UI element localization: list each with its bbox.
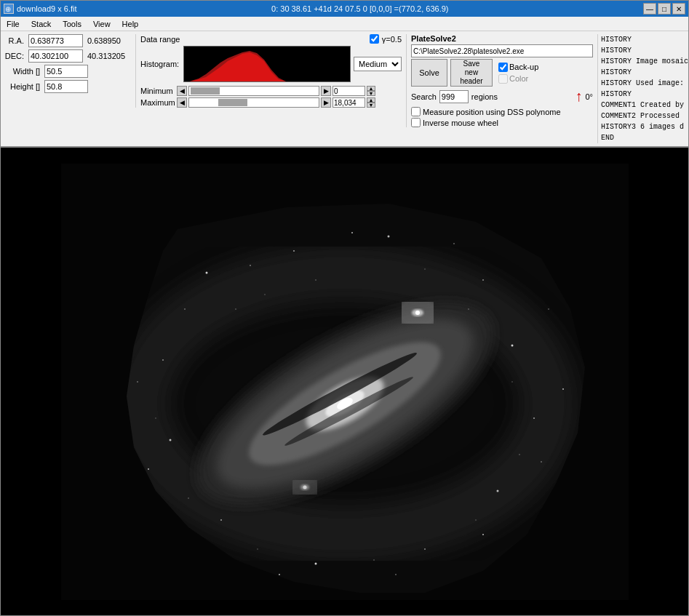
data-range-row: Data range γ=0.5 bbox=[140, 34, 402, 44]
svg-point-47 bbox=[511, 381, 512, 382]
histogram-canvas bbox=[183, 46, 351, 82]
menu-bar: File Stack Tools View Help bbox=[1, 17, 688, 31]
fits-line-3: HISTORY bbox=[601, 67, 688, 78]
minimum-left-btn[interactable]: ◀ bbox=[177, 86, 187, 96]
menu-help[interactable]: Help bbox=[116, 18, 145, 30]
height-input[interactable] bbox=[44, 80, 88, 93]
ps-solve-row: Solve Save new header Back-up Color bbox=[411, 59, 593, 87]
dec-readonly: 40.313205 bbox=[87, 52, 131, 60]
maximum-spin: ▲ ▼ bbox=[367, 97, 375, 108]
maximum-row: Maximum ◀ ▶ ▲ ▼ bbox=[140, 97, 402, 108]
color-checkbox[interactable] bbox=[498, 74, 508, 84]
svg-point-41 bbox=[137, 381, 138, 383]
svg-point-53 bbox=[155, 417, 156, 418]
menu-view[interactable]: View bbox=[87, 18, 116, 30]
fits-line-6: COMMENT1 Created by bbox=[601, 100, 688, 111]
svg-point-31 bbox=[351, 232, 353, 233]
search-input[interactable] bbox=[439, 90, 469, 103]
minimum-value[interactable] bbox=[332, 86, 365, 96]
backup-checkbox[interactable] bbox=[498, 63, 508, 72]
histogram-label: Histogram: bbox=[140, 60, 180, 68]
ra-readonly: 0.638950 bbox=[87, 36, 131, 45]
svg-point-37 bbox=[395, 574, 397, 575]
title-info: 0: 30 38.61 +41d 24 07.5 0 [0,0,0] =(770… bbox=[77, 4, 643, 13]
maximum-left-btn[interactable]: ◀ bbox=[177, 97, 187, 108]
ps-search-row: Search regions ↑ 0° bbox=[411, 88, 593, 105]
measure-dss-row: Measure position using DSS polynome bbox=[411, 107, 593, 116]
inverse-wheel-label: Inverse mouse wheel bbox=[423, 119, 498, 127]
menu-file[interactable]: File bbox=[1, 18, 25, 30]
galaxy-image bbox=[61, 164, 629, 600]
svg-point-19 bbox=[387, 235, 389, 237]
maximum-spin-down[interactable]: ▼ bbox=[367, 103, 375, 108]
image-area[interactable] bbox=[1, 148, 688, 615]
minimum-track[interactable] bbox=[188, 86, 319, 96]
search-label: Search bbox=[411, 92, 437, 101]
solve-button[interactable]: Solve bbox=[411, 59, 447, 87]
histogram-row: Histogram: Medium Soft Hard None bbox=[140, 46, 402, 82]
inverse-wheel-checkbox[interactable] bbox=[411, 118, 421, 127]
svg-point-24 bbox=[424, 548, 426, 550]
dec-row: DEC: 40.313205 bbox=[4, 49, 131, 63]
measure-dss-checkbox[interactable] bbox=[411, 107, 421, 116]
maximize-button[interactable]: □ bbox=[658, 3, 671, 15]
width-input[interactable] bbox=[44, 65, 88, 78]
svg-point-38 bbox=[279, 574, 280, 575]
minimum-thumb bbox=[191, 87, 220, 95]
gamma-checkbox[interactable] bbox=[370, 34, 379, 44]
platesolve-section: PlateSolve2 Solve Save new header Back-u… bbox=[406, 34, 593, 127]
minimum-right-btn[interactable]: ▶ bbox=[321, 86, 331, 96]
svg-point-34 bbox=[562, 388, 564, 390]
backup-checkbox-row: Back-up bbox=[498, 63, 538, 72]
svg-point-52 bbox=[188, 497, 188, 498]
gamma-label: γ=0.5 bbox=[382, 35, 402, 44]
svg-point-23 bbox=[496, 489, 498, 492]
dec-input[interactable] bbox=[28, 49, 83, 63]
minimum-spin-down[interactable]: ▼ bbox=[367, 91, 375, 96]
save-header-button[interactable]: Save new header bbox=[450, 59, 493, 87]
svg-point-45 bbox=[424, 268, 425, 269]
color-checkbox-row: Color bbox=[498, 74, 538, 84]
maximum-right-btn[interactable]: ▶ bbox=[321, 97, 331, 108]
svg-point-36 bbox=[482, 534, 484, 535]
minimum-row: Minimum ◀ ▶ ▲ ▼ bbox=[140, 86, 402, 96]
minimum-spin-up[interactable]: ▲ bbox=[367, 86, 375, 91]
svg-point-35 bbox=[541, 461, 542, 463]
svg-point-20 bbox=[482, 279, 484, 281]
close-button[interactable]: ✕ bbox=[672, 3, 685, 15]
svg-point-50 bbox=[373, 559, 374, 560]
svg-point-22 bbox=[533, 417, 535, 419]
ra-row: R.A. 0.638950 bbox=[4, 34, 131, 47]
svg-point-42 bbox=[235, 308, 236, 309]
app-icon: ⊕ bbox=[4, 4, 14, 14]
menu-tools[interactable]: Tools bbox=[57, 18, 87, 30]
platesolve-title: PlateSolve2 bbox=[411, 34, 593, 43]
ra-input[interactable] bbox=[28, 34, 83, 47]
min-max-section: Minimum ◀ ▶ ▲ ▼ Maximum bbox=[140, 86, 402, 108]
svg-point-49 bbox=[475, 519, 476, 520]
menu-stack[interactable]: Stack bbox=[25, 18, 57, 30]
width-row: Width [] bbox=[4, 65, 131, 78]
maximum-spin-up[interactable]: ▲ bbox=[367, 97, 375, 103]
fits-line-4: HISTORY Used image: bbox=[601, 78, 688, 89]
height-label: Height [] bbox=[4, 82, 40, 91]
controls-bar: R.A. 0.638950 DEC: 40.313205 Width [] He… bbox=[1, 31, 688, 148]
main-window: ⊕ download9 x 6.fit 0: 30 38.61 +41d 24 … bbox=[0, 0, 689, 616]
platesolve-path[interactable] bbox=[411, 44, 593, 57]
svg-point-29 bbox=[184, 308, 186, 310]
minimize-button[interactable]: — bbox=[643, 3, 656, 15]
maximum-value[interactable] bbox=[332, 97, 365, 108]
fits-header-panel: HISTORY HISTORY HISTORY Image mosaic HIS… bbox=[597, 34, 688, 143]
svg-point-51 bbox=[257, 548, 258, 549]
stretch-select[interactable]: Medium Soft Hard None bbox=[354, 57, 402, 71]
svg-point-46 bbox=[468, 308, 469, 309]
data-range-label: Data range bbox=[140, 35, 180, 44]
svg-point-18 bbox=[293, 250, 295, 252]
fits-line-2: HISTORY Image mosaic bbox=[601, 56, 688, 67]
width-label: Width [] bbox=[4, 67, 40, 76]
histogram-controls: Data range γ=0.5 Histogram: bbox=[135, 34, 402, 108]
north-arrow-icon: ↑ bbox=[575, 88, 582, 105]
fits-line-8: HISTORY3 6 images d bbox=[601, 121, 688, 132]
title-bar: ⊕ download9 x 6.fit 0: 30 38.61 +41d 24 … bbox=[1, 1, 688, 17]
maximum-track[interactable] bbox=[188, 97, 319, 108]
